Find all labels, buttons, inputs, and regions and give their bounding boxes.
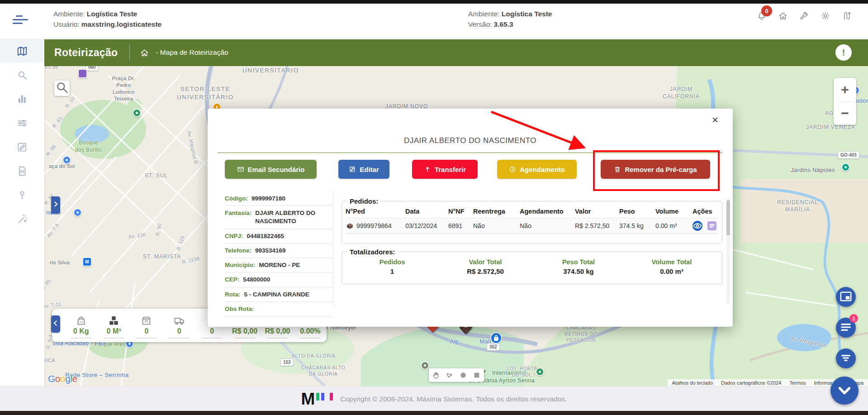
package-icon (140, 315, 152, 327)
filecode-icon (16, 165, 28, 177)
table-cell: 03/12/2024 (405, 218, 448, 234)
agendamento-button[interactable]: Agendamento (497, 160, 577, 179)
home-icon[interactable] (778, 11, 788, 21)
draw-square-icon[interactable] (472, 371, 481, 380)
lock-poi-icon (490, 332, 502, 344)
transferir-button[interactable]: Transferir (412, 160, 478, 179)
bell-icon[interactable]: 0 (757, 11, 767, 21)
filter-button[interactable] (836, 348, 856, 368)
totals-value: 0 M³ (107, 327, 121, 335)
poi-icon (62, 156, 71, 164)
breadcrumb-home-icon[interactable] (140, 48, 149, 57)
trash-icon (614, 166, 621, 173)
truck-icon (173, 315, 185, 327)
table-cell: 6891 (448, 218, 473, 234)
totals-value: 0 (177, 327, 181, 335)
draw-circle-icon[interactable] (459, 371, 468, 380)
sidebar-item-markers[interactable] (0, 183, 44, 207)
pin-icon (16, 189, 28, 201)
view-order-button[interactable] (693, 221, 702, 231)
exclamation-icon: ! (842, 47, 845, 58)
table-cell: 0.00 m³ (655, 218, 693, 234)
totalizer-column: Volume Total0.00 m³ (625, 258, 718, 275)
sidebar-item-map[interactable] (0, 39, 44, 63)
detail-row: Código:9999997180 (225, 191, 333, 206)
table-header-cell: Agendamento (520, 206, 575, 218)
table-header-cell: Valor (575, 206, 619, 218)
sidebar-item-documents[interactable] (0, 159, 44, 183)
filter-icon (839, 351, 853, 367)
divider (104, 338, 124, 339)
collapse-button[interactable] (830, 377, 859, 405)
detail-value: 9999997180 (251, 195, 285, 203)
divider (218, 153, 723, 153)
chart-icon (16, 93, 28, 105)
zoom-in-button[interactable]: + (834, 78, 856, 101)
attribution-link[interactable]: Dados cartográficos ©2024 (721, 380, 781, 386)
edit-icon (16, 141, 28, 153)
table-header-cell: Data (405, 206, 448, 218)
order-notes-button[interactable] (707, 221, 716, 230)
sidebar-item-tools[interactable] (0, 207, 44, 231)
totalizer-column: Peso Total374.50 kg (532, 258, 625, 275)
expand-panel-tab[interactable] (51, 196, 60, 214)
attribution-link[interactable]: Termos (790, 380, 806, 386)
divider (202, 338, 223, 339)
scrollbar-thumb[interactable] (726, 200, 730, 235)
detail-row: Telefone:993534169 (225, 243, 333, 258)
button-label: Remover da Pré-carga (625, 166, 697, 173)
detail-label: Código: (225, 195, 248, 203)
top-window-strip (0, 0, 868, 4)
app-footer: M Copyright © 2008-2024. Máxima Sistemas… (0, 386, 868, 411)
detail-row: Município:MORENO - PE (225, 258, 333, 272)
totals-item: 0 M³ (97, 309, 130, 342)
table-header-cell: Reentrega (473, 206, 520, 218)
sidebar-item-parameters[interactable] (0, 111, 44, 135)
route-icon[interactable] (842, 11, 852, 21)
table-cell: Não (520, 218, 575, 234)
email-secundario-button[interactable]: Email Secundário (225, 160, 317, 179)
env-line: Ambiente:Logística Teste (468, 9, 552, 19)
editar-button[interactable]: Editar (338, 160, 389, 179)
orders-fieldset: Pedidos: N°PedDataN°NFReentregaAgendamen… (342, 197, 722, 243)
detail-label: Obs Rota: (225, 305, 254, 313)
chevron-down-icon (833, 379, 856, 403)
alert-button[interactable]: ! (835, 44, 852, 61)
sidebar-item-edit[interactable] (0, 135, 44, 159)
maxima-logo: M (301, 392, 333, 406)
divider (267, 338, 288, 339)
wrench-icon[interactable] (799, 11, 809, 21)
draw-polygon-icon[interactable] (445, 371, 454, 380)
zoom-out-button[interactable]: − (834, 102, 856, 125)
map-layers-button[interactable] (836, 287, 856, 307)
map-search-button[interactable] (54, 81, 70, 96)
search-icon (54, 80, 70, 97)
arrow-up-icon (424, 166, 431, 173)
package-icon (346, 222, 354, 230)
menu-toggle-icon[interactable] (13, 15, 31, 27)
gear-icon[interactable] (821, 11, 830, 21)
poi-icon (421, 361, 429, 370)
sidebar-item-reports[interactable] (0, 87, 44, 111)
sidebar-item-search[interactable] (0, 63, 44, 87)
close-icon[interactable]: × (709, 114, 721, 126)
totalizer-value: 374.50 kg (532, 267, 625, 275)
table-header-cell: N°Ped (346, 206, 405, 218)
totalizer-label: Valor Total (439, 258, 532, 266)
table-header-cell: N°NF (448, 206, 473, 218)
totalizer-value: 1 (346, 267, 439, 275)
collapse-totals-tab[interactable] (51, 315, 60, 333)
sliders-icon (16, 117, 28, 129)
detail-label: Telefone: (225, 247, 251, 255)
customer-name-title: DJAIR ALBERTO DO NASCIMENTO (208, 136, 733, 145)
notification-badge: 0 (761, 5, 772, 16)
totals-item: Kg0 Kg (65, 309, 97, 342)
env-line: Versão:3.65.3 (468, 19, 552, 29)
table-cell: Não (473, 218, 520, 234)
pan-hand-icon[interactable] (432, 371, 441, 380)
button-label: Editar (360, 166, 379, 173)
table-cell: 374.5 kg (619, 218, 655, 234)
map-draw-toolbar (429, 368, 484, 382)
remover-pre-carga-button[interactable]: Remover da Pré-carga (601, 160, 710, 179)
attribution-link[interactable]: Atalhos do teclado (672, 380, 713, 386)
